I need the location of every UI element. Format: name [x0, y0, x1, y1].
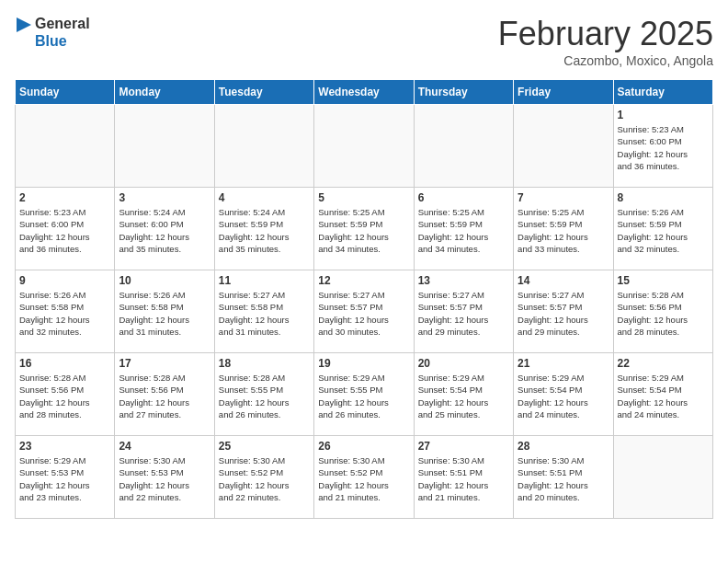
calendar-cell: 5Sunrise: 5:25 AM Sunset: 5:59 PM Daylig… — [314, 188, 414, 270]
day-info: Sunrise: 5:28 AM Sunset: 5:56 PM Dayligh… — [19, 372, 110, 420]
calendar-cell: 7Sunrise: 5:25 AM Sunset: 5:59 PM Daylig… — [514, 188, 613, 270]
day-info: Sunrise: 5:29 AM Sunset: 5:54 PM Dayligh… — [518, 372, 609, 420]
day-number: 25 — [219, 440, 310, 453]
calendar-cell — [214, 105, 313, 188]
calendar-cell: 20Sunrise: 5:29 AM Sunset: 5:54 PM Dayli… — [414, 353, 513, 436]
calendar-cell: 26Sunrise: 5:30 AM Sunset: 5:52 PM Dayli… — [314, 436, 414, 519]
day-number: 13 — [418, 274, 509, 287]
calendar-cell: 3Sunrise: 5:24 AM Sunset: 6:00 PM Daylig… — [115, 188, 214, 270]
calendar-week-4: 16Sunrise: 5:28 AM Sunset: 5:56 PM Dayli… — [16, 353, 713, 436]
calendar-week-3: 9Sunrise: 5:26 AM Sunset: 5:58 PM Daylig… — [16, 270, 713, 353]
day-info: Sunrise: 5:25 AM Sunset: 5:59 PM Dayligh… — [418, 206, 509, 255]
day-info: Sunrise: 5:30 AM Sunset: 5:52 PM Dayligh… — [219, 454, 310, 503]
calendar-cell: 9Sunrise: 5:26 AM Sunset: 5:58 PM Daylig… — [16, 270, 115, 353]
calendar-cell: 6Sunrise: 5:25 AM Sunset: 5:59 PM Daylig… — [414, 188, 513, 270]
day-number: 17 — [119, 357, 210, 370]
calendar-cell — [613, 436, 712, 519]
weekday-header-saturday: Saturday — [613, 80, 712, 105]
day-number: 7 — [518, 191, 609, 204]
day-info: Sunrise: 5:30 AM Sunset: 5:53 PM Dayligh… — [119, 454, 210, 503]
day-number: 28 — [518, 440, 609, 453]
calendar-cell: 14Sunrise: 5:27 AM Sunset: 5:57 PM Dayli… — [514, 270, 613, 353]
calendar-title: February 2025 — [498, 15, 713, 53]
day-info: Sunrise: 5:27 AM Sunset: 5:57 PM Dayligh… — [518, 289, 609, 338]
day-info: Sunrise: 5:29 AM Sunset: 5:54 PM Dayligh… — [418, 372, 509, 420]
day-info: Sunrise: 5:27 AM Sunset: 5:57 PM Dayligh… — [318, 289, 409, 338]
weekday-header-friday: Friday — [514, 80, 613, 105]
calendar-cell: 17Sunrise: 5:28 AM Sunset: 5:56 PM Dayli… — [115, 353, 214, 436]
calendar-week-2: 2Sunrise: 5:23 AM Sunset: 6:00 PM Daylig… — [16, 188, 713, 270]
day-number: 23 — [19, 440, 110, 453]
day-number: 21 — [518, 357, 609, 370]
day-number: 11 — [219, 274, 310, 287]
logo-text-blue: Blue — [35, 32, 90, 50]
logo: General Blue — [15, 15, 90, 50]
day-info: Sunrise: 5:30 AM Sunset: 5:51 PM Dayligh… — [518, 454, 609, 503]
calendar-cell — [314, 105, 414, 188]
day-number: 4 — [219, 191, 310, 204]
day-info: Sunrise: 5:28 AM Sunset: 5:56 PM Dayligh… — [618, 289, 709, 338]
calendar-cell: 12Sunrise: 5:27 AM Sunset: 5:57 PM Dayli… — [314, 270, 414, 353]
calendar-cell: 22Sunrise: 5:29 AM Sunset: 5:54 PM Dayli… — [613, 353, 712, 436]
calendar-cell: 16Sunrise: 5:28 AM Sunset: 5:56 PM Dayli… — [16, 353, 115, 436]
weekday-header-sunday: Sunday — [16, 80, 115, 105]
day-number: 3 — [119, 191, 210, 204]
calendar-cell: 2Sunrise: 5:23 AM Sunset: 6:00 PM Daylig… — [16, 188, 115, 270]
calendar-title-area: February 2025 Cazombo, Moxico, Angola — [498, 15, 713, 68]
day-number: 9 — [19, 274, 110, 287]
calendar-cell: 4Sunrise: 5:24 AM Sunset: 5:59 PM Daylig… — [214, 188, 313, 270]
logo-text-general: General — [35, 15, 90, 32]
day-info: Sunrise: 5:23 AM Sunset: 6:00 PM Dayligh… — [618, 123, 709, 172]
day-info: Sunrise: 5:24 AM Sunset: 5:59 PM Dayligh… — [219, 206, 310, 255]
day-number: 18 — [219, 357, 310, 370]
weekday-header-tuesday: Tuesday — [214, 80, 313, 105]
calendar-cell: 25Sunrise: 5:30 AM Sunset: 5:52 PM Dayli… — [214, 436, 313, 519]
calendar-week-5: 23Sunrise: 5:29 AM Sunset: 5:53 PM Dayli… — [16, 436, 713, 519]
day-info: Sunrise: 5:24 AM Sunset: 6:00 PM Dayligh… — [119, 206, 210, 255]
day-info: Sunrise: 5:27 AM Sunset: 5:58 PM Dayligh… — [219, 289, 310, 338]
day-number: 8 — [618, 191, 709, 204]
day-number: 14 — [518, 274, 609, 287]
calendar-cell: 27Sunrise: 5:30 AM Sunset: 5:51 PM Dayli… — [414, 436, 513, 519]
day-number: 27 — [418, 440, 509, 453]
day-number: 6 — [418, 191, 509, 204]
calendar-cell: 18Sunrise: 5:28 AM Sunset: 5:55 PM Dayli… — [214, 353, 313, 436]
calendar-cell: 23Sunrise: 5:29 AM Sunset: 5:53 PM Dayli… — [16, 436, 115, 519]
day-info: Sunrise: 5:28 AM Sunset: 5:55 PM Dayligh… — [219, 372, 310, 420]
calendar-cell — [16, 105, 115, 188]
day-number: 22 — [618, 357, 709, 370]
day-info: Sunrise: 5:28 AM Sunset: 5:56 PM Dayligh… — [119, 372, 210, 420]
calendar-week-1: 1Sunrise: 5:23 AM Sunset: 6:00 PM Daylig… — [16, 105, 713, 188]
day-info: Sunrise: 5:29 AM Sunset: 5:54 PM Dayligh… — [618, 372, 709, 420]
calendar-cell: 10Sunrise: 5:26 AM Sunset: 5:58 PM Dayli… — [115, 270, 214, 353]
weekday-header-thursday: Thursday — [414, 80, 513, 105]
day-number: 10 — [119, 274, 210, 287]
calendar-cell: 21Sunrise: 5:29 AM Sunset: 5:54 PM Dayli… — [514, 353, 613, 436]
logo-container: General Blue — [15, 15, 90, 50]
calendar-subtitle: Cazombo, Moxico, Angola — [498, 53, 713, 68]
page-header: General Blue February 2025 Cazombo, Moxi… — [15, 15, 713, 68]
day-info: Sunrise: 5:30 AM Sunset: 5:51 PM Dayligh… — [418, 454, 509, 503]
day-info: Sunrise: 5:26 AM Sunset: 5:58 PM Dayligh… — [19, 289, 110, 338]
day-info: Sunrise: 5:29 AM Sunset: 5:55 PM Dayligh… — [318, 372, 409, 420]
day-info: Sunrise: 5:29 AM Sunset: 5:53 PM Dayligh… — [19, 454, 110, 503]
day-number: 19 — [318, 357, 409, 370]
weekday-header-monday: Monday — [115, 80, 214, 105]
calendar-table: SundayMondayTuesdayWednesdayThursdayFrid… — [15, 79, 713, 519]
day-number: 5 — [318, 191, 409, 204]
day-number: 1 — [618, 109, 709, 121]
day-info: Sunrise: 5:27 AM Sunset: 5:57 PM Dayligh… — [418, 289, 509, 338]
day-number: 2 — [19, 191, 110, 204]
calendar-cell: 11Sunrise: 5:27 AM Sunset: 5:58 PM Dayli… — [214, 270, 313, 353]
day-number: 15 — [618, 274, 709, 287]
calendar-cell: 15Sunrise: 5:28 AM Sunset: 5:56 PM Dayli… — [613, 270, 712, 353]
calendar-cell: 24Sunrise: 5:30 AM Sunset: 5:53 PM Dayli… — [115, 436, 214, 519]
calendar-cell: 28Sunrise: 5:30 AM Sunset: 5:51 PM Dayli… — [514, 436, 613, 519]
day-number: 26 — [318, 440, 409, 453]
calendar-cell — [414, 105, 513, 188]
weekday-header-wednesday: Wednesday — [314, 80, 414, 105]
calendar-cell — [514, 105, 613, 188]
day-info: Sunrise: 5:25 AM Sunset: 5:59 PM Dayligh… — [518, 206, 609, 255]
day-info: Sunrise: 5:26 AM Sunset: 5:59 PM Dayligh… — [618, 206, 709, 255]
day-info: Sunrise: 5:30 AM Sunset: 5:52 PM Dayligh… — [318, 454, 409, 503]
